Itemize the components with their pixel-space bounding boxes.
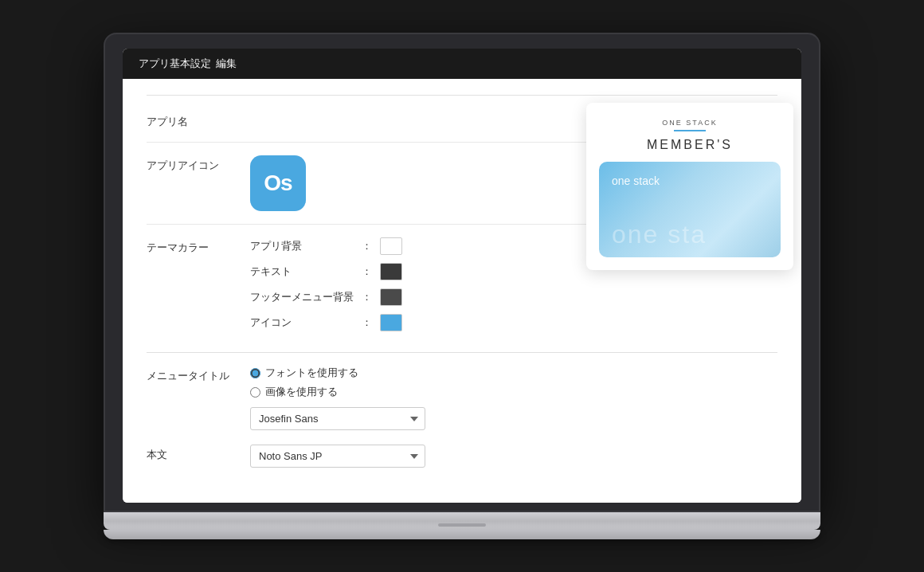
preview-brand: ONE STACK: [599, 119, 781, 127]
laptop-chin: [104, 530, 820, 539]
body-font-select[interactable]: Noto Sans JP Open Sans Roboto: [250, 445, 425, 468]
color-label-text: テキスト: [250, 264, 362, 279]
radio-group: フォントを使用する 画像を使用する: [250, 366, 777, 399]
laptop-base: [104, 512, 820, 530]
app-icon[interactable]: Os: [250, 155, 306, 211]
app-name-label: アプリ名: [147, 112, 250, 129]
app-icon-label: アプリアイコン: [147, 155, 250, 173]
preview-card-watermark: one sta: [612, 220, 707, 249]
radio-font-input[interactable]: [250, 368, 260, 378]
menu-title-label: メニュータイトル: [147, 366, 250, 383]
preview-brand-line: [674, 130, 706, 131]
content-area: アプリ名 アプリアイコン Os テーマカラー: [123, 79, 801, 503]
color-swatch-text[interactable]: [380, 263, 402, 280]
preview-members: MEMBER'S: [599, 138, 781, 152]
laptop-notch: [438, 523, 486, 527]
color-colon-footer: ：: [362, 290, 372, 304]
app-header-edit: 編集: [216, 57, 237, 71]
app-icon-text: Os: [264, 170, 292, 196]
menu-title-content: フォントを使用する 画像を使用する Josefin Sans Noto Sans…: [250, 366, 777, 437]
color-label-footer: フッターメニュー背景: [250, 290, 362, 304]
body-text-row: 本文 Noto Sans JP Open Sans Roboto: [147, 445, 777, 474]
preview-overlay: ONE STACK MEMBER'S one stack one sta: [586, 103, 793, 270]
theme-color-label: テーマカラー: [147, 237, 250, 255]
font-select-row: Josefin Sans Noto Sans JP Open Sans: [250, 407, 777, 430]
app-header: アプリ基本設定 編集: [123, 49, 801, 79]
divider-2: [147, 352, 777, 353]
body-text-label: 本文: [147, 445, 250, 462]
color-swatch-bg[interactable]: [380, 237, 402, 255]
color-colon-bg: ：: [362, 239, 372, 253]
radio-image-input[interactable]: [250, 387, 260, 398]
body-text-content: Noto Sans JP Open Sans Roboto: [250, 445, 777, 474]
color-label-bg: アプリ背景: [250, 239, 362, 253]
top-divider: [147, 95, 777, 96]
radio-image[interactable]: 画像を使用する: [250, 385, 777, 399]
body-font-select-row: Noto Sans JP Open Sans Roboto: [250, 445, 777, 468]
preview-card: one stack one sta: [599, 162, 781, 257]
radio-image-label: 画像を使用する: [265, 385, 338, 399]
menu-title-row: メニュータイトル フォントを使用する 画像を使用する: [147, 366, 777, 437]
color-colon-text: ：: [362, 264, 372, 279]
color-swatch-footer[interactable]: [380, 288, 402, 306]
font-select[interactable]: Josefin Sans Noto Sans JP Open Sans: [250, 407, 425, 430]
preview-card-title: one stack: [612, 174, 768, 187]
color-colon-icon: ：: [362, 315, 372, 330]
radio-font-label: フォントを使用する: [265, 366, 358, 380]
color-label-icon: アイコン: [250, 315, 362, 330]
color-swatch-icon[interactable]: [380, 314, 402, 331]
app-header-title: アプリ基本設定: [139, 57, 211, 71]
radio-font[interactable]: フォントを使用する: [250, 366, 777, 380]
color-row-footer: フッターメニュー背景 ：: [250, 288, 777, 306]
color-row-icon: アイコン ：: [250, 314, 777, 331]
